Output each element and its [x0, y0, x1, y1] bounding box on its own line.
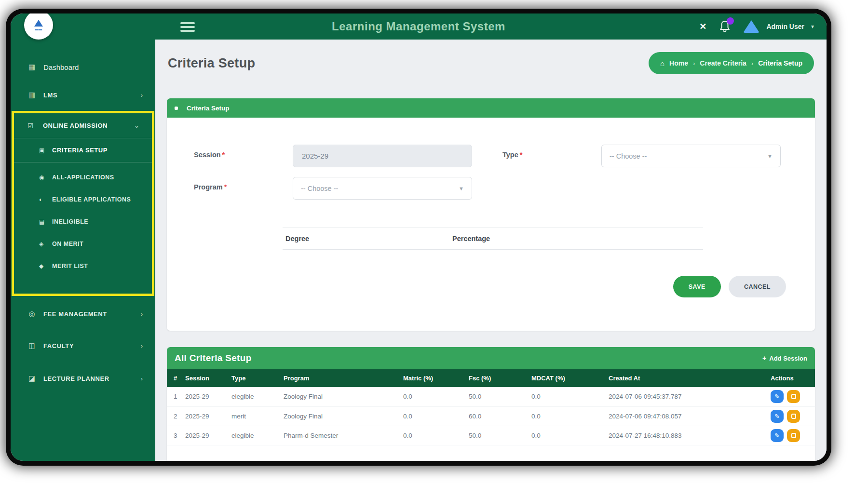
required-asterisk: *	[222, 151, 225, 159]
table-header-row: # Session Type Program Matric (%) Fsc (%…	[167, 369, 815, 387]
notifications-button[interactable]	[719, 20, 731, 33]
all-applications-icon: ◉	[39, 174, 47, 181]
topbar: ▬▬ Learning Management System ✕ Admin Us…	[11, 13, 827, 40]
program-label: Program*	[194, 177, 293, 200]
pencil-icon: ✎	[774, 413, 780, 420]
all-criteria-setup-card: All Criteria Setup + Add Session	[167, 347, 815, 461]
col-header-session: Session	[184, 369, 231, 387]
sidebar-item-dashboard[interactable]: ▦ Dashboard	[11, 53, 155, 81]
card-header-title: Criteria Setup	[187, 105, 230, 112]
criteria-setup-icon: ▣	[39, 147, 47, 154]
lecture-planner-icon: ◪	[27, 374, 37, 383]
criteria-setup-card: Criteria Setup Session*	[167, 98, 815, 331]
select-caret-icon: ▼	[459, 186, 464, 191]
degree-table-header: Degree Percentage	[283, 228, 703, 250]
online-admission-icon: ☑	[27, 122, 37, 130]
breadcrumb-separator: ›	[693, 60, 695, 67]
user-name: Admin User	[766, 23, 804, 30]
col-header-type: Type	[231, 369, 283, 387]
delete-button[interactable]	[787, 429, 800, 442]
sidebar-item-eligible-applications[interactable]: ◐ ELIGIBLE APPLICATIONS	[14, 188, 152, 211]
required-asterisk: *	[520, 151, 523, 159]
sidebar-item-criteria-setup[interactable]: ▣ CRITERIA SETUP	[14, 138, 152, 162]
app-logo[interactable]: ▬▬	[24, 13, 53, 40]
page-title: Criteria Setup	[168, 56, 255, 71]
fee-management-icon: ◎	[27, 309, 37, 318]
ineligible-icon: ▤	[39, 218, 47, 225]
edit-button[interactable]: ✎	[771, 410, 784, 423]
table-row: 3 2025-29 elegible Pharm-d Semester 0.0 …	[167, 426, 815, 445]
chevron-down-icon: ⌄	[134, 122, 139, 129]
degree-column-header: Degree	[283, 235, 452, 242]
breadcrumb-separator: ›	[751, 60, 753, 67]
chevron-right-icon: ›	[141, 92, 143, 99]
user-menu[interactable]: Admin User ▾	[743, 20, 814, 33]
col-header-actions: Actions	[770, 369, 815, 387]
col-header-mdcat: MDCAT (%)	[530, 369, 608, 387]
save-button[interactable]: SAVE	[673, 276, 721, 297]
sidebar-item-lecture-planner[interactable]: ◪ LECTURE PLANNER ›	[11, 364, 155, 392]
session-input[interactable]	[293, 145, 472, 167]
table-row: 2 2025-29 merit Zoology Final 0.0 60.0 0…	[167, 406, 815, 426]
sidebar-item-faculty[interactable]: ◫ FACULTY ›	[11, 332, 155, 360]
chevron-right-icon: ›	[141, 342, 143, 350]
delete-button[interactable]	[787, 390, 800, 403]
faculty-icon: ◫	[27, 341, 37, 350]
topbar-actions: ✕ Admin User ▾	[699, 13, 814, 40]
col-header-program: Program	[283, 369, 402, 387]
delete-button[interactable]	[787, 410, 800, 423]
sidebar-item-fee-management[interactable]: ◎ FEE MANAGEMENT ›	[11, 300, 155, 328]
chevron-right-icon: ›	[141, 310, 143, 318]
sidebar-item-on-merit[interactable]: ◈ ON MERIT	[14, 233, 152, 255]
criteria-setup-card-header: Criteria Setup	[167, 98, 815, 118]
sidebar-item-all-applications[interactable]: ◉ ALL-APPLICATIONS	[14, 166, 152, 188]
col-header-fsc: Fsc (%)	[468, 369, 530, 387]
sidebar-item-merit-list[interactable]: ◆ MERIT LIST	[14, 255, 152, 277]
cancel-button[interactable]: CANCEL	[729, 276, 786, 297]
sidebar-group-online-admission[interactable]: ☑ ONLINE ADMISSION ⌄	[14, 113, 152, 138]
notification-badge	[727, 17, 734, 25]
pencil-icon: ✎	[774, 432, 780, 439]
col-header-num: #	[167, 369, 184, 387]
delete-icon	[791, 433, 796, 438]
pencil-icon: ✎	[774, 393, 780, 400]
sidebar-item-lms[interactable]: ▥ LMS ›	[11, 81, 155, 109]
breadcrumb: ⌂ Home › Create Criteria › Criteria Setu…	[649, 52, 814, 74]
edit-button[interactable]: ✎	[771, 390, 784, 403]
breadcrumb-home[interactable]: Home	[669, 59, 688, 67]
delete-icon	[791, 394, 796, 399]
chevron-right-icon: ›	[141, 375, 143, 382]
lms-icon: ▥	[27, 91, 37, 99]
close-icon[interactable]: ✕	[699, 21, 706, 32]
add-session-button[interactable]: + Add Session	[762, 354, 807, 362]
delete-icon	[791, 414, 796, 419]
dashboard-icon: ▦	[27, 63, 37, 71]
type-label: Type*	[502, 145, 601, 167]
list-title: All Criteria Setup	[175, 353, 252, 363]
screen: ▬▬ Learning Management System ✕ Admin Us…	[0, 0, 868, 484]
edit-button[interactable]: ✎	[771, 429, 784, 442]
app-window: ▬▬ Learning Management System ✕ Admin Us…	[11, 13, 827, 461]
sidebar: ▦ Dashboard ▥ LMS › ☑ ONLINE ADMISSION ⌄…	[11, 40, 155, 461]
chevron-down-icon: ▾	[811, 23, 814, 30]
logo-wordmark: ▬▬	[35, 27, 42, 31]
plus-icon: +	[762, 354, 766, 362]
highlight-annotation-box: ☑ ONLINE ADMISSION ⌄ ▣ CRITERIA SETUP ◉ …	[12, 111, 154, 296]
program-select[interactable]: -- Choose -- ▼	[293, 177, 472, 200]
breadcrumb-create-criteria[interactable]: Create Criteria	[700, 59, 746, 67]
main-content: Criteria Setup ⌂ Home › Create Criteria …	[155, 40, 827, 461]
avatar	[743, 20, 760, 33]
session-label: Session*	[194, 145, 293, 167]
table-row: 1 2025-29 elegible Zoology Final 0.0 50.…	[167, 387, 815, 406]
eligible-applications-icon: ◐	[39, 196, 47, 203]
on-merit-icon: ◈	[39, 241, 47, 247]
type-select[interactable]: -- Choose -- ▼	[601, 145, 781, 167]
percentage-column-header: Percentage	[452, 235, 490, 242]
select-caret-icon: ▼	[767, 153, 773, 159]
sidebar-item-ineligible[interactable]: ▤ INELIGIBLE	[14, 211, 152, 233]
logo-triangle-icon	[34, 20, 43, 27]
col-header-created: Created At	[608, 369, 770, 387]
col-header-matric: Matric (%)	[402, 369, 468, 387]
merit-list-icon: ◆	[39, 263, 47, 269]
all-criteria-card-header: All Criteria Setup + Add Session	[167, 347, 815, 369]
